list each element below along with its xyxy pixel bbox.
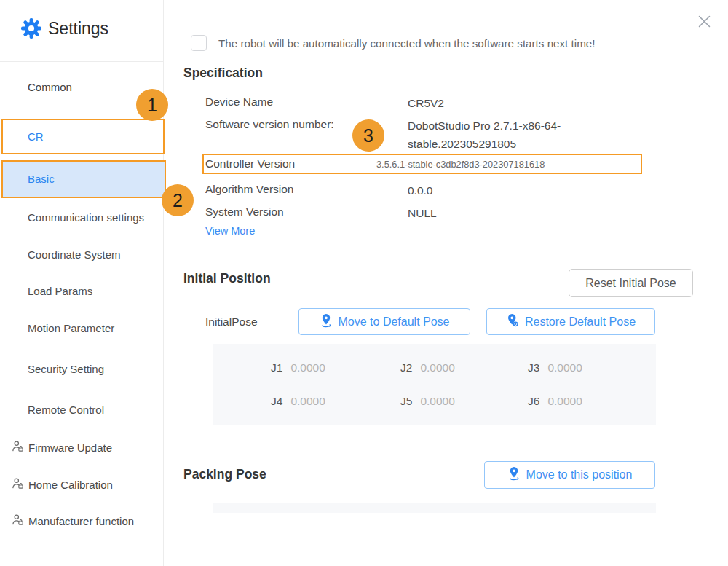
- sidebar-item-security-setting[interactable]: Security Setting: [28, 362, 104, 377]
- controller-version-value: 3.5.6.1-stable-c3db2f8d3-202307181618: [376, 159, 545, 170]
- settings-title: Settings: [48, 19, 108, 39]
- move-to-default-pose-label: Move to Default Pose: [339, 315, 450, 329]
- move-to-this-position-button[interactable]: Move to this position: [484, 461, 655, 489]
- sidebar-item-cr-label: CR: [28, 120, 44, 153]
- location-pin-icon: [320, 313, 333, 331]
- move-to-default-pose-button[interactable]: Move to Default Pose: [298, 308, 470, 335]
- close-icon[interactable]: [697, 15, 712, 29]
- device-name-label: Device Name: [205, 94, 273, 110]
- annotation-badge-3: 3: [352, 119, 384, 152]
- gear-icon: [20, 17, 42, 42]
- sidebar-item-basic-label: Basic: [28, 162, 55, 197]
- algorithm-version-value: 0.0.0: [408, 181, 432, 200]
- user-lock-icon: [12, 440, 24, 455]
- sidebar: Settings Common CR Basic Communication s…: [0, 0, 164, 566]
- sidebar-item-motion-parameter[interactable]: Motion Parameter: [28, 321, 114, 336]
- packing-pose-heading: Packing Pose: [183, 467, 266, 482]
- location-pin-restore-icon: [506, 313, 519, 331]
- reset-initial-pose-button[interactable]: Reset Initial Pose: [569, 269, 693, 297]
- sidebar-item-manufacturer-function-label: Manufacturer function: [28, 515, 134, 527]
- initial-pose-joints-panel: J10.0000 J20.0000 J30.0000 J40.0000 J50.…: [213, 344, 656, 425]
- software-version-value: DobotStudio Pro 2.7.1-x86-64-stable.2023…: [408, 117, 593, 153]
- auto-connect-checkbox[interactable]: [191, 35, 207, 51]
- sidebar-item-communication-settings[interactable]: Communication settings: [28, 211, 144, 225]
- annotation-badge-1: 1: [136, 89, 168, 121]
- device-name-value: CR5V2: [408, 94, 444, 112]
- controller-version-label: Controller Version: [205, 156, 295, 172]
- joint-j5: J50.0000: [400, 394, 455, 409]
- sidebar-item-manufacturer-function[interactable]: Manufacturer function: [12, 514, 134, 528]
- location-pin-icon: [507, 466, 521, 484]
- user-lock-icon: [12, 514, 24, 529]
- sidebar-item-firmware-update[interactable]: Firmware Update: [12, 440, 112, 455]
- settings-window: Settings Common CR Basic Communication s…: [0, 0, 728, 566]
- specification-heading: Specification: [183, 66, 263, 81]
- joint-j3: J30.0000: [528, 361, 582, 375]
- packing-pose-panel: [213, 503, 656, 513]
- sidebar-item-home-calibration[interactable]: Home Calibration: [12, 477, 113, 492]
- move-to-this-position-label: Move to this position: [526, 468, 633, 482]
- auto-connect-label: The robot will be automatically connecte…: [218, 37, 595, 50]
- joint-j1: J10.0000: [271, 361, 325, 375]
- software-version-label: Software version number:: [205, 117, 334, 133]
- main-content: The robot will be automatically connecte…: [164, 0, 728, 566]
- initial-pose-label: InitialPose: [205, 315, 258, 329]
- algorithm-version-label: Algorithm Version: [205, 181, 293, 197]
- system-version-label: System Version: [205, 204, 284, 220]
- initial-position-heading: Initial Position: [183, 271, 271, 286]
- joint-j6: J60.0000: [528, 394, 582, 409]
- view-more-link[interactable]: View More: [205, 225, 255, 237]
- annotation-badge-2: 2: [162, 184, 194, 216]
- sidebar-item-common[interactable]: Common: [28, 80, 72, 95]
- sidebar-item-basic[interactable]: Basic: [1, 160, 166, 198]
- joint-j2: J20.0000: [400, 361, 455, 375]
- sidebar-item-remote-control[interactable]: Remote Control: [28, 403, 104, 417]
- restore-default-pose-label: Restore Default Pose: [525, 315, 636, 329]
- sidebar-item-coordinate-system[interactable]: Coordinate System: [28, 248, 121, 262]
- sidebar-item-firmware-update-label: Firmware Update: [28, 441, 112, 454]
- sidebar-item-cr[interactable]: CR: [1, 119, 165, 154]
- joint-j4: J40.0000: [271, 394, 325, 409]
- sidebar-item-home-calibration-label: Home Calibration: [28, 479, 113, 491]
- sidebar-item-load-params[interactable]: Load Params: [28, 284, 92, 299]
- sidebar-header: Settings: [0, 0, 163, 62]
- user-lock-icon: [12, 477, 24, 492]
- system-version-value: NULL: [408, 204, 437, 222]
- restore-default-pose-button[interactable]: Restore Default Pose: [486, 308, 655, 335]
